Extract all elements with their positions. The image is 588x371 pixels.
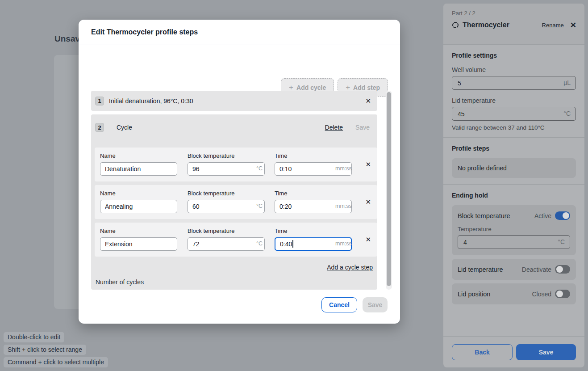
step-number-badge: 1: [95, 97, 104, 105]
delete-cycle-link[interactable]: Delete: [325, 124, 343, 131]
number-of-cycles-label: Number of cycles: [95, 278, 374, 286]
panel-footer: Back Save: [443, 336, 584, 367]
time-header: Time: [275, 152, 287, 159]
save-cycle-link-disabled[interactable]: Save: [355, 124, 370, 131]
lid-position-label: Lid position: [458, 291, 532, 298]
text-cursor: [292, 240, 293, 248]
temp-unit: °C: [256, 203, 263, 209]
time-unit: mm:ss: [335, 165, 352, 172]
block-temperature-header: Block temperature: [188, 190, 235, 197]
divider: [443, 137, 584, 138]
block-temperature-toggle[interactable]: [555, 211, 570, 220]
name-header: Name: [100, 228, 116, 234]
valid-range-note: Valid range between 37 and 110°C: [452, 124, 576, 131]
step-1-summary: Initial denaturation, 96°C, 0:30: [109, 97, 365, 105]
step-number-badge: 2: [95, 123, 104, 132]
toggle-knob: [556, 266, 563, 273]
delete-step-1-icon[interactable]: ✕: [365, 97, 371, 104]
hint-shift-click: Shift + click to select range: [4, 345, 86, 355]
block-temperature-input[interactable]: [188, 162, 265, 176]
panel-header: Part 2 / 2 Thermocycler Rename ✕: [443, 4, 584, 45]
delete-cycle-step-icon[interactable]: ✕: [365, 198, 371, 205]
panel-close-icon[interactable]: ✕: [570, 21, 576, 29]
panel-save-button[interactable]: Save: [516, 344, 576, 360]
cancel-button[interactable]: Cancel: [321, 297, 357, 312]
step-1-row: 1 Initial denaturation, 96°C, 0:30 ✕: [91, 91, 377, 111]
cycle-step-block: 2 Cycle Delete Save Name Block temperatu…: [91, 114, 377, 290]
time-unit: mm:ss: [335, 240, 352, 247]
toggle-knob: [563, 212, 569, 219]
thermocycler-cycle-icon: [452, 21, 459, 29]
lid-temperature-card: Lid temperature Deactivate: [452, 259, 576, 280]
hint-command-click: Command + click to select multiple: [4, 357, 108, 367]
ending-hold-temperature-unit: °C: [558, 238, 565, 245]
block-temperature-input[interactable]: [188, 237, 265, 251]
name-header: Name: [100, 190, 116, 197]
profile-steps-list: 1 Initial denaturation, 96°C, 0:30 ✕ 2 C…: [91, 91, 392, 290]
lid-temperature-card-label: Lid temperature: [458, 266, 522, 273]
temp-unit: °C: [256, 240, 263, 247]
name-header: Name: [100, 152, 116, 159]
delete-cycle-step-icon[interactable]: ✕: [365, 236, 371, 243]
no-profile-defined-box: No profile defined: [452, 158, 576, 178]
modal-save-button-disabled[interactable]: Save: [363, 297, 388, 312]
lid-temperature-unit: °C: [563, 110, 571, 117]
lid-temperature-label: Lid temperature: [452, 97, 576, 104]
profile-settings-title: Profile settings: [452, 52, 576, 59]
time-unit: mm:ss: [335, 203, 352, 209]
name-input[interactable]: [100, 200, 177, 213]
scrollbar-track[interactable]: [386, 91, 392, 290]
add-step-label: Add step: [353, 84, 380, 91]
block-temperature-header: Block temperature: [188, 228, 235, 234]
temperature-label: Temperature: [458, 226, 570, 232]
name-input[interactable]: [100, 162, 177, 176]
time-header: Time: [275, 228, 287, 234]
edit-thermocycler-profile-modal: Edit Thermocycler profile steps + Add cy…: [79, 20, 400, 324]
add-cycle-label: Add cycle: [296, 84, 326, 91]
divider: [443, 184, 584, 185]
lid-position-toggle[interactable]: [555, 290, 570, 298]
lid-temperature-state: Deactivate: [522, 266, 551, 273]
delete-cycle-step-icon[interactable]: ✕: [365, 161, 371, 168]
panel-title: Thermocycler: [463, 21, 542, 29]
block-temperature-state: Active: [534, 212, 551, 219]
block-temperature-card: Block temperature Active Temperature °C: [452, 205, 576, 255]
cycle-step-row: Name Block temperature Time °C mm:ss ✕: [95, 185, 377, 219]
block-temperature-label: Block temperature: [458, 212, 534, 219]
block-temperature-input[interactable]: [188, 200, 265, 213]
lid-position-card: Lid position Closed: [452, 283, 576, 304]
name-input[interactable]: [100, 237, 177, 251]
well-volume-unit: µL: [563, 79, 571, 86]
cycle-step-row: Name Block temperature Time °C mm:ss ✕: [95, 223, 377, 257]
profile-steps-title: Profile steps: [452, 145, 576, 152]
cycle-step-row: Name Block temperature Time °C mm:ss ✕: [95, 148, 377, 181]
part-indicator: Part 2 / 2: [452, 10, 576, 17]
well-volume-label: Well volume: [452, 66, 576, 73]
toggle-knob: [556, 291, 563, 297]
add-a-cycle-step-link[interactable]: Add a cycle step: [95, 264, 374, 271]
temp-unit: °C: [256, 165, 263, 172]
time-header: Time: [275, 190, 287, 197]
ending-hold-title: Ending hold: [452, 192, 576, 199]
no-profile-defined-text: No profile defined: [458, 164, 507, 172]
thermocycler-settings-panel: Part 2 / 2 Thermocycler Rename ✕ Profile…: [443, 4, 584, 367]
rename-link[interactable]: Rename: [542, 22, 564, 29]
scrollbar-thumb[interactable]: [387, 92, 391, 286]
ending-hold-temperature-input[interactable]: [458, 235, 570, 249]
well-volume-input[interactable]: [452, 76, 576, 90]
modal-title: Edit Thermocycler profile steps: [91, 28, 198, 36]
back-button[interactable]: Back: [452, 344, 513, 360]
modal-header: Edit Thermocycler profile steps: [79, 20, 400, 45]
block-temperature-header: Block temperature: [188, 152, 235, 159]
lid-temperature-toggle[interactable]: [555, 265, 570, 274]
lid-position-state: Closed: [532, 291, 551, 298]
cycle-label: Cycle: [117, 124, 325, 131]
hint-double-click: Double-click to edit: [4, 332, 64, 342]
unsaved-heading-fragment: Unsav: [54, 34, 80, 44]
lid-temperature-input[interactable]: [452, 107, 576, 121]
